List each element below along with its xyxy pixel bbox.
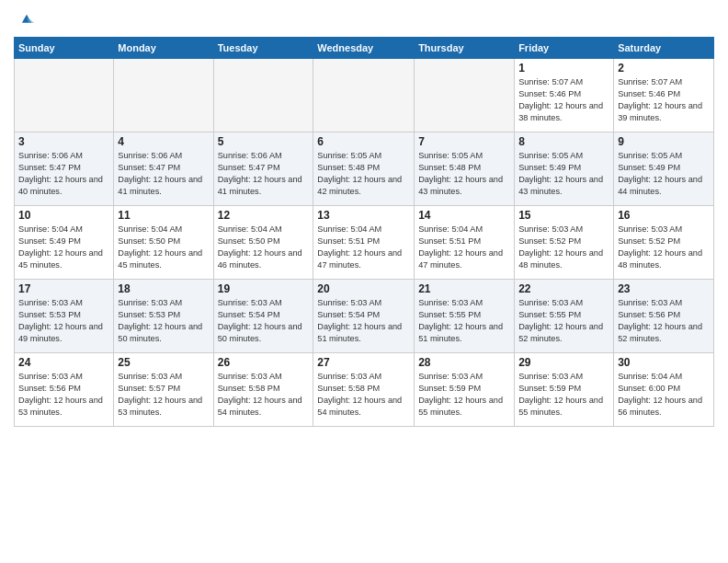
- day-number: 12: [218, 209, 310, 222]
- calendar-cell: 2Sunrise: 5:07 AM Sunset: 5:46 PM Daylig…: [614, 59, 714, 132]
- day-info: Sunrise: 5:05 AM Sunset: 5:49 PM Dayligh…: [618, 150, 710, 198]
- calendar-cell: 26Sunrise: 5:03 AM Sunset: 5:58 PM Dayli…: [213, 353, 313, 427]
- calendar-cell: 19Sunrise: 5:03 AM Sunset: 5:54 PM Dayli…: [213, 280, 313, 353]
- day-info: Sunrise: 5:03 AM Sunset: 5:53 PM Dayligh…: [118, 297, 209, 345]
- calendar-cell: 6Sunrise: 5:05 AM Sunset: 5:48 PM Daylig…: [313, 132, 415, 206]
- calendar-week-row: 3Sunrise: 5:06 AM Sunset: 5:47 PM Daylig…: [15, 132, 714, 206]
- calendar-cell: 18Sunrise: 5:03 AM Sunset: 5:53 PM Dayli…: [114, 280, 213, 353]
- calendar-cell: 9Sunrise: 5:05 AM Sunset: 5:49 PM Daylig…: [614, 132, 714, 206]
- calendar-cell: 4Sunrise: 5:06 AM Sunset: 5:47 PM Daylig…: [114, 132, 213, 206]
- day-info: Sunrise: 5:06 AM Sunset: 5:47 PM Dayligh…: [18, 150, 109, 198]
- calendar-week-row: 1Sunrise: 5:07 AM Sunset: 5:46 PM Daylig…: [15, 59, 714, 132]
- day-info: Sunrise: 5:06 AM Sunset: 5:47 PM Dayligh…: [218, 150, 310, 198]
- day-number: 14: [418, 209, 510, 222]
- day-info: Sunrise: 5:03 AM Sunset: 5:59 PM Dayligh…: [418, 371, 510, 419]
- day-info: Sunrise: 5:03 AM Sunset: 5:54 PM Dayligh…: [317, 297, 410, 345]
- calendar-cell: 17Sunrise: 5:03 AM Sunset: 5:53 PM Dayli…: [15, 280, 114, 353]
- calendar-cell: 20Sunrise: 5:03 AM Sunset: 5:54 PM Dayli…: [313, 280, 415, 353]
- calendar-cell: 29Sunrise: 5:03 AM Sunset: 5:59 PM Dayli…: [515, 353, 614, 427]
- calendar-week-row: 17Sunrise: 5:03 AM Sunset: 5:53 PM Dayli…: [15, 280, 714, 353]
- day-info: Sunrise: 5:03 AM Sunset: 5:56 PM Dayligh…: [618, 297, 710, 345]
- logo-icon: [17, 9, 37, 29]
- day-number: 29: [518, 356, 609, 369]
- calendar-cell: 1Sunrise: 5:07 AM Sunset: 5:46 PM Daylig…: [515, 59, 614, 132]
- calendar-cell: [213, 59, 313, 132]
- calendar-cell: 22Sunrise: 5:03 AM Sunset: 5:55 PM Dayli…: [515, 280, 614, 353]
- day-info: Sunrise: 5:03 AM Sunset: 5:59 PM Dayligh…: [518, 371, 609, 419]
- day-number: 16: [618, 209, 710, 222]
- day-info: Sunrise: 5:05 AM Sunset: 5:48 PM Dayligh…: [418, 150, 510, 198]
- day-info: Sunrise: 5:04 AM Sunset: 5:51 PM Dayligh…: [418, 224, 510, 271]
- day-number: 17: [18, 282, 109, 295]
- day-info: Sunrise: 5:03 AM Sunset: 5:52 PM Dayligh…: [618, 224, 710, 271]
- day-number: 25: [118, 356, 209, 369]
- day-info: Sunrise: 5:03 AM Sunset: 5:58 PM Dayligh…: [317, 371, 410, 419]
- day-number: 19: [218, 282, 310, 295]
- calendar-cell: 13Sunrise: 5:04 AM Sunset: 5:51 PM Dayli…: [313, 206, 415, 280]
- day-number: 6: [317, 135, 410, 148]
- day-info: Sunrise: 5:03 AM Sunset: 5:55 PM Dayligh…: [518, 297, 609, 345]
- day-info: Sunrise: 5:07 AM Sunset: 5:46 PM Dayligh…: [618, 76, 710, 124]
- day-number: 2: [618, 62, 710, 75]
- calendar-cell: 11Sunrise: 5:04 AM Sunset: 5:50 PM Dayli…: [114, 206, 213, 280]
- weekday-header-friday: Friday: [515, 38, 614, 59]
- day-number: 30: [618, 356, 710, 369]
- day-number: 7: [418, 135, 510, 148]
- day-number: 23: [618, 282, 710, 295]
- weekday-header-tuesday: Tuesday: [213, 38, 313, 59]
- day-info: Sunrise: 5:04 AM Sunset: 5:49 PM Dayligh…: [18, 224, 109, 271]
- day-info: Sunrise: 5:03 AM Sunset: 5:57 PM Dayligh…: [118, 371, 209, 419]
- calendar-cell: 25Sunrise: 5:03 AM Sunset: 5:57 PM Dayli…: [114, 353, 213, 427]
- day-info: Sunrise: 5:05 AM Sunset: 5:49 PM Dayligh…: [518, 150, 609, 198]
- calendar-cell: 3Sunrise: 5:06 AM Sunset: 5:47 PM Daylig…: [15, 132, 114, 206]
- day-info: Sunrise: 5:04 AM Sunset: 5:50 PM Dayligh…: [218, 224, 310, 271]
- day-number: 15: [518, 209, 609, 222]
- calendar-cell: 16Sunrise: 5:03 AM Sunset: 5:52 PM Dayli…: [614, 206, 714, 280]
- calendar-cell: 14Sunrise: 5:04 AM Sunset: 5:51 PM Dayli…: [415, 206, 515, 280]
- day-number: 21: [418, 282, 510, 295]
- day-number: 13: [317, 209, 410, 222]
- day-number: 1: [518, 62, 609, 75]
- day-info: Sunrise: 5:03 AM Sunset: 5:52 PM Dayligh…: [518, 224, 609, 271]
- day-info: Sunrise: 5:04 AM Sunset: 5:50 PM Dayligh…: [118, 224, 209, 271]
- calendar-cell: 15Sunrise: 5:03 AM Sunset: 5:52 PM Dayli…: [515, 206, 614, 280]
- day-number: 26: [218, 356, 310, 369]
- day-info: Sunrise: 5:07 AM Sunset: 5:46 PM Dayligh…: [518, 76, 609, 124]
- weekday-header-sunday: Sunday: [15, 38, 114, 59]
- calendar-cell: 8Sunrise: 5:05 AM Sunset: 5:49 PM Daylig…: [515, 132, 614, 206]
- calendar-cell: 24Sunrise: 5:03 AM Sunset: 5:56 PM Dayli…: [15, 353, 114, 427]
- calendar-cell: 23Sunrise: 5:03 AM Sunset: 5:56 PM Dayli…: [614, 280, 714, 353]
- calendar-cell: 28Sunrise: 5:03 AM Sunset: 5:59 PM Dayli…: [415, 353, 515, 427]
- weekday-header-saturday: Saturday: [614, 38, 714, 59]
- day-number: 5: [218, 135, 310, 148]
- day-number: 9: [618, 135, 710, 148]
- page: SundayMondayTuesdayWednesdayThursdayFrid…: [0, 0, 728, 563]
- day-info: Sunrise: 5:06 AM Sunset: 5:47 PM Dayligh…: [118, 150, 209, 198]
- calendar-cell: 5Sunrise: 5:06 AM Sunset: 5:47 PM Daylig…: [213, 132, 313, 206]
- day-number: 27: [317, 356, 410, 369]
- day-info: Sunrise: 5:03 AM Sunset: 5:53 PM Dayligh…: [18, 297, 109, 345]
- day-number: 18: [118, 282, 209, 295]
- day-number: 3: [18, 135, 109, 148]
- day-number: 22: [518, 282, 609, 295]
- calendar-week-row: 24Sunrise: 5:03 AM Sunset: 5:56 PM Dayli…: [15, 353, 714, 427]
- weekday-header-wednesday: Wednesday: [313, 38, 415, 59]
- calendar-cell: 7Sunrise: 5:05 AM Sunset: 5:48 PM Daylig…: [415, 132, 515, 206]
- calendar-cell: 10Sunrise: 5:04 AM Sunset: 5:49 PM Dayli…: [15, 206, 114, 280]
- calendar-cell: 21Sunrise: 5:03 AM Sunset: 5:55 PM Dayli…: [415, 280, 515, 353]
- logo: [14, 9, 37, 29]
- day-number: 28: [418, 356, 510, 369]
- day-info: Sunrise: 5:05 AM Sunset: 5:48 PM Dayligh…: [317, 150, 410, 198]
- header: [14, 9, 714, 29]
- day-number: 24: [18, 356, 109, 369]
- day-info: Sunrise: 5:04 AM Sunset: 6:00 PM Dayligh…: [618, 371, 710, 419]
- day-number: 11: [118, 209, 209, 222]
- calendar-table: SundayMondayTuesdayWednesdayThursdayFrid…: [14, 37, 714, 427]
- day-info: Sunrise: 5:03 AM Sunset: 5:56 PM Dayligh…: [18, 371, 109, 419]
- day-info: Sunrise: 5:03 AM Sunset: 5:54 PM Dayligh…: [218, 297, 310, 345]
- day-number: 20: [317, 282, 410, 295]
- calendar-cell: [114, 59, 213, 132]
- day-info: Sunrise: 5:03 AM Sunset: 5:58 PM Dayligh…: [218, 371, 310, 419]
- calendar-cell: [415, 59, 515, 132]
- calendar-cell: [313, 59, 415, 132]
